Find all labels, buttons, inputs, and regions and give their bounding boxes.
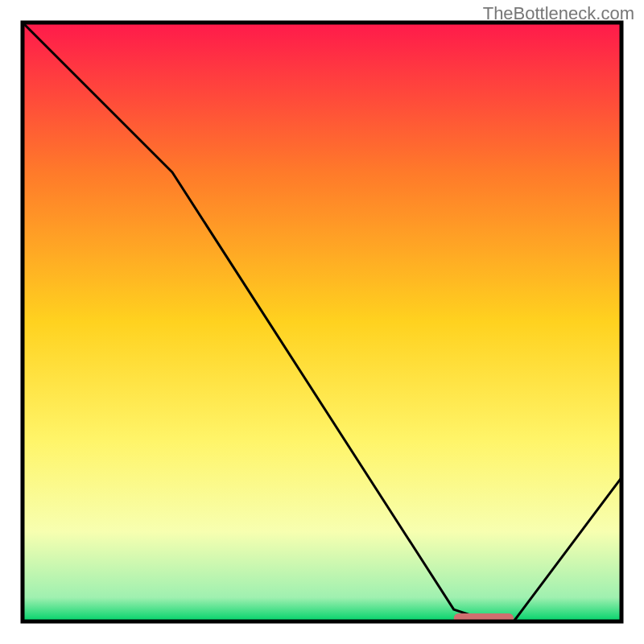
- plot-area: [23, 23, 621, 623]
- chart-container: TheBottleneck.com: [0, 0, 644, 644]
- attribution-text: TheBottleneck.com: [483, 3, 634, 24]
- bottleneck-chart: [0, 0, 644, 644]
